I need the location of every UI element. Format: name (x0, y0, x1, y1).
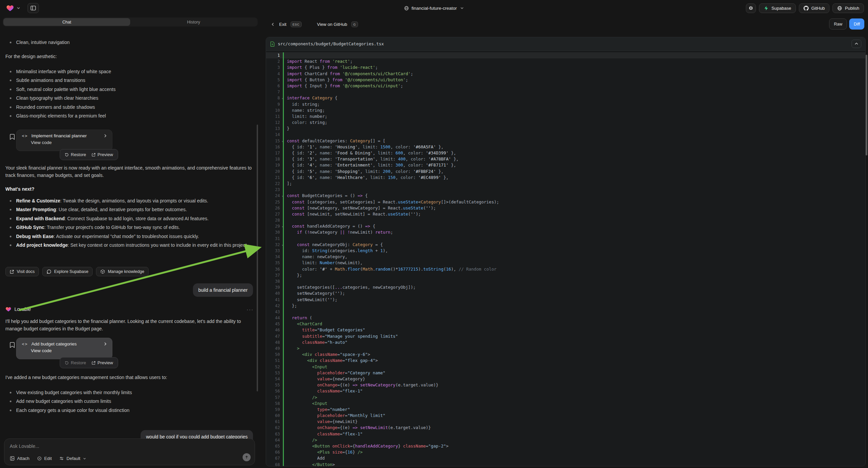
code-line: 13} (266, 125, 865, 131)
external-link-icon (10, 270, 14, 274)
clean-nav-list: Clean, intuitive navigation (5, 38, 255, 47)
code-content[interactable]: 1 2import React from 'react';3import { P… (266, 51, 865, 466)
logo-dropdown-chevron-icon[interactable] (16, 6, 21, 10)
code-text: const BudgetCategories = () => { (283, 193, 865, 199)
code-text: { id: '5', name: 'Shopping', limit: 200,… (283, 169, 865, 175)
code-text: id: string; (283, 101, 865, 108)
view-on-github-button[interactable]: View on GitHub (317, 22, 347, 27)
view-code-link[interactable]: View code (22, 348, 107, 353)
visit-docs-button[interactable]: Visit docs (5, 267, 39, 276)
model-selector[interactable]: Default (59, 456, 87, 461)
list-item: Each category gets a unique color for vi… (5, 406, 255, 415)
code-text: className="flex-1" (283, 388, 865, 394)
view-code-link[interactable]: View code (22, 140, 107, 145)
code-text: <Button onClick={handleAddCategory} clas… (283, 443, 865, 449)
restore-button[interactable]: Restore (65, 152, 86, 157)
code-icon: <> (22, 342, 28, 347)
line-number: 18 (266, 156, 283, 162)
tab-history[interactable]: History (130, 18, 257, 26)
settings-button[interactable] (746, 3, 756, 13)
message-menu-button[interactable]: ··· (247, 306, 254, 312)
code-text: const [newLimit, setNewLimit] = React.us… (283, 211, 865, 217)
supabase-button[interactable]: Supabase (759, 3, 796, 13)
code-text: name: string; (283, 108, 865, 114)
version-card-title: Implement financial planner (31, 133, 87, 138)
code-text: className="flex-1" (283, 431, 865, 437)
line-number: 45 (266, 321, 283, 327)
publish-button[interactable]: Publish (832, 3, 864, 13)
code-text: onChange={(e) => setNewLimit(e.target.va… (283, 425, 865, 431)
line-number: 62 (266, 425, 283, 431)
file-path: src/components/budget/BudgetCategories.t… (278, 41, 384, 46)
tab-chat[interactable]: Chat (3, 18, 130, 26)
code-line: 57 /> (266, 394, 865, 401)
line-number: 12 (266, 119, 283, 125)
line-number: 68 (266, 462, 283, 466)
project-switcher[interactable]: financial-future-creator (404, 0, 464, 16)
code-text: <div className="space-y-6"> (283, 351, 865, 357)
version-card-title: Add budget categories (31, 342, 76, 347)
bookmark-icon[interactable] (9, 342, 15, 348)
code-line: 10 name: string; (266, 108, 865, 114)
line-number: 26 (266, 205, 283, 211)
code-text: className="h-auto" (283, 340, 865, 346)
manage-knowledge-button[interactable]: Manage knowledge (96, 267, 148, 276)
lovable-logo-heart-icon[interactable] (6, 4, 14, 12)
code-text: <div className="flex gap-4"> (283, 357, 865, 363)
code-text: const handleAddCategory = () => { (283, 223, 865, 229)
code-line: 21 { id: '6', name: 'Healthcare', limit:… (266, 175, 865, 181)
chat-scroll-area[interactable]: Clean, intuitive navigation For the desi… (0, 28, 264, 451)
line-number: 6 (266, 83, 283, 89)
preview-button[interactable]: Preview (92, 360, 113, 365)
line-number: 19 (266, 162, 283, 168)
diff-toggle-button[interactable]: Diff (849, 19, 864, 30)
code-line: 9 id: string; (266, 101, 865, 108)
line-number: 44 (266, 315, 283, 321)
code-line: 40 setNewCategory(''); (266, 290, 865, 296)
code-line: 28 (266, 217, 865, 223)
code-line: 4import ChartCard from '@/components/ui/… (266, 71, 865, 77)
edit-mode-button[interactable]: Edit (37, 456, 52, 461)
code-line: 52 <Input (266, 364, 865, 370)
code-text: { id: '2', name: 'Food & Dining', limit:… (283, 150, 865, 156)
code-line: 47 subtitle="Manage your spending limits… (266, 333, 865, 340)
code-line: 60 placeholder="Monthly limit" (266, 413, 865, 419)
chat-scrollbar-thumb[interactable] (257, 124, 258, 391)
version-card-add-budget-categories[interactable]: <> Add budget categories View code (16, 338, 113, 359)
code-scrollbar-thumb[interactable] (866, 55, 867, 155)
code-line: 48 className="h-auto" (266, 340, 865, 346)
line-number: 41 (266, 297, 283, 303)
github-button[interactable]: GitHub (799, 3, 829, 13)
code-line: 66 <Plus size={16} /> (266, 449, 865, 455)
code-text: { id: '3', name: 'Transportation', limit… (283, 156, 865, 162)
chevron-right-icon (103, 342, 107, 346)
send-button[interactable] (243, 453, 251, 461)
preview-button[interactable]: Preview (92, 152, 113, 157)
chat-input-box[interactable]: Ask Lovable... Attach Edit (4, 438, 255, 465)
code-text: value={newCategory} (283, 376, 865, 382)
collapse-file-button[interactable] (851, 39, 861, 48)
exit-button[interactable]: Exit (279, 22, 286, 27)
bookmark-icon[interactable] (9, 134, 15, 140)
code-line: 46 title="Budget Categories" (266, 327, 865, 333)
line-number: 17 (266, 150, 283, 156)
code-text: import ChartCard from '@/components/ui/C… (283, 71, 865, 77)
line-number: 22 (266, 181, 283, 187)
toggle-sidebar-button[interactable] (28, 3, 39, 13)
restore-icon (65, 361, 69, 365)
raw-toggle-button[interactable]: Raw (829, 19, 847, 30)
line-number: 14 (266, 131, 283, 138)
explore-supabase-button[interactable]: Explore Supabase (42, 267, 93, 276)
code-line: 33 id: String(categories.length + 1), (266, 248, 865, 254)
list-item: Master Prompting: Use clear, detailed, a… (5, 205, 256, 214)
code-text: placeholder="Monthly limit" (283, 413, 865, 419)
list-item: Subtle animations and transitions (5, 76, 255, 85)
file-header[interactable]: src/components/budget/BudgetCategories.t… (266, 37, 865, 51)
line-number: 50 (266, 351, 283, 357)
code-line: 2import React from 'react'; (266, 58, 865, 64)
version-card-implement-financial-planner[interactable]: <> Implement financial planner View code (16, 129, 113, 151)
restore-button[interactable]: Restore (65, 360, 86, 365)
list-item: Minimalist interface with plenty of whit… (5, 67, 255, 76)
attach-button[interactable]: Attach (10, 456, 30, 461)
line-number: 57 (266, 394, 283, 401)
